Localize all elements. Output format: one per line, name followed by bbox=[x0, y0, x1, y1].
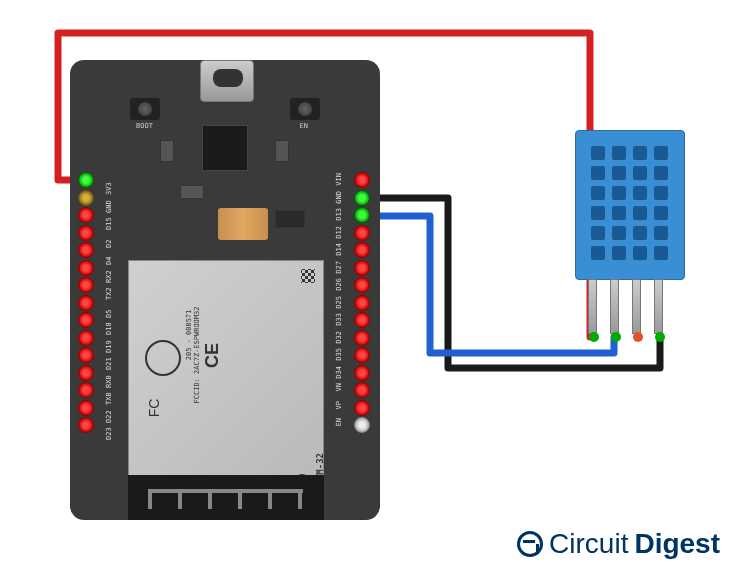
dht11-sensor bbox=[575, 130, 685, 280]
watermark-logo-icon bbox=[517, 531, 543, 557]
pin-d18: D18 bbox=[78, 312, 94, 328]
pin-tx0: TX0 bbox=[78, 382, 94, 398]
pin-d33: D33 bbox=[354, 312, 370, 328]
component bbox=[160, 140, 174, 162]
watermark-text-2: Digest bbox=[634, 528, 720, 560]
pin-d34: D34 bbox=[354, 365, 370, 381]
boot-button bbox=[130, 98, 160, 120]
main-chip bbox=[202, 125, 248, 171]
capacitor bbox=[218, 208, 268, 240]
usb-connector bbox=[200, 60, 254, 102]
boot-label: BOOT bbox=[136, 122, 153, 130]
ce-mark: CE bbox=[202, 343, 223, 368]
fc-mark: FC bbox=[146, 399, 162, 418]
espressif-logo-icon bbox=[145, 340, 181, 376]
pin-d26: D26 bbox=[354, 277, 370, 293]
pin-d35: D35 bbox=[354, 347, 370, 363]
part-number: 205 - 000571 bbox=[185, 310, 193, 361]
fcc-id: FCCID: 2AC7Z-ESPWROOM32 bbox=[193, 307, 201, 404]
wiring-diagram: BOOT EN 3V3 GND D15 D2 D4 RX2 TX2 D5 D18… bbox=[0, 0, 750, 580]
qr-icon bbox=[301, 269, 315, 283]
pin-d25: D25 bbox=[354, 295, 370, 311]
pin-rx2: RX2 bbox=[78, 260, 94, 276]
regulator bbox=[275, 210, 305, 228]
component bbox=[180, 185, 204, 199]
watermark: CircuitDigest bbox=[517, 528, 720, 560]
pin-rx0: RX0 bbox=[78, 365, 94, 381]
en-button bbox=[290, 98, 320, 120]
pin-tx2: TX2 bbox=[78, 277, 94, 293]
left-pin-header: 3V3 GND D15 D2 D4 RX2 TX2 D5 D18 D19 D21… bbox=[78, 172, 96, 435]
pin-d12: D12 bbox=[354, 225, 370, 241]
dht-vent-grid bbox=[591, 146, 669, 260]
dht-pins bbox=[588, 279, 663, 334]
esp32-board: BOOT EN 3V3 GND D15 D2 D4 RX2 TX2 D5 D18… bbox=[70, 60, 380, 520]
pin-d22: D22 bbox=[78, 400, 94, 416]
pin-d4: D4 bbox=[78, 242, 94, 258]
en-label: EN bbox=[300, 122, 308, 130]
pin-d19: D19 bbox=[78, 330, 94, 346]
pin-gnd-r: GND bbox=[354, 190, 370, 206]
dht-pin-vcc bbox=[588, 279, 597, 334]
pin-d27: D27 bbox=[354, 260, 370, 276]
watermark-text-1: Circuit bbox=[549, 528, 628, 560]
pin-d13: D13 bbox=[354, 207, 370, 223]
esp-wroom-module: ESP-WROOM-32 FCCID: 2AC7Z-ESPWROOM32 205… bbox=[128, 260, 324, 505]
pin-d32: D32 bbox=[354, 330, 370, 346]
right-pin-header: VIN GND D13 D12 D14 D27 D26 D25 D33 D32 … bbox=[354, 172, 372, 435]
pin-d15: D15 bbox=[78, 207, 94, 223]
pin-vin: VIN bbox=[354, 172, 370, 188]
pin-en-r: EN bbox=[354, 417, 370, 433]
pin-vp: VP bbox=[354, 400, 370, 416]
pin-gnd-l: GND bbox=[78, 190, 94, 206]
component bbox=[275, 140, 289, 162]
antenna-area bbox=[128, 475, 324, 520]
pin-d23: D23 bbox=[78, 417, 94, 433]
dht-pin-gnd bbox=[654, 279, 663, 334]
dht-pin-data bbox=[610, 279, 619, 334]
pin-d21: D21 bbox=[78, 347, 94, 363]
pin-d5: D5 bbox=[78, 295, 94, 311]
pin-d2: D2 bbox=[78, 225, 94, 241]
pin-vn: VN bbox=[354, 382, 370, 398]
dht-pin-nc bbox=[632, 279, 641, 334]
pin-d14: D14 bbox=[354, 242, 370, 258]
pin-3v3: 3V3 bbox=[78, 172, 94, 188]
